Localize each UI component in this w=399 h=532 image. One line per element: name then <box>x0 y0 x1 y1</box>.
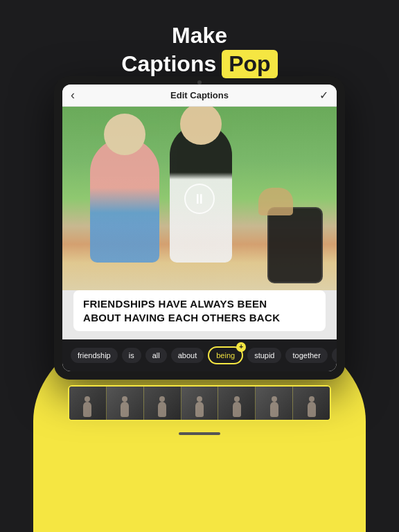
header-pop: Pop <box>222 50 277 78</box>
header-make: Make <box>0 22 399 48</box>
timeline-frame[interactable] <box>218 387 256 420</box>
confirm-button[interactable]: ✓ <box>319 89 328 102</box>
timeline-frame[interactable] <box>144 387 181 420</box>
timeline-figure <box>270 402 278 417</box>
caption-text-line2: ABOUT HAVING EACH OTHERS BACK <box>83 311 316 325</box>
word-chip[interactable]: stupid <box>247 348 281 363</box>
word-chip[interactable]: about <box>171 348 204 363</box>
caption-text-line1: FRIENDSHIPS HAVE ALWAYS BEEN <box>83 297 316 311</box>
ipad-device: ‹ Edit Captions ✓ ⏸ FRIENDSHIPS HAVE ALW… <box>54 76 345 441</box>
timeline-figure <box>158 402 166 417</box>
timeline-frame[interactable] <box>293 387 330 420</box>
timeline-frame[interactable] <box>107 387 144 420</box>
timeline-figure <box>195 402 204 417</box>
caption-overlay[interactable]: FRIENDSHIPS HAVE ALWAYS BEEN ABOUT HAVIN… <box>73 290 326 331</box>
word-chip[interactable]: being <box>208 346 243 364</box>
timeline-figure <box>121 402 129 417</box>
screen-title: Edit Captions <box>170 90 229 100</box>
person-left-figure <box>90 138 159 263</box>
timeline-frame[interactable] <box>256 387 293 420</box>
video-area[interactable]: ⏸ <box>62 107 337 290</box>
timeline-figure <box>308 402 316 417</box>
timeline-strip[interactable] <box>68 385 331 421</box>
hand-phone-figure <box>267 207 323 283</box>
home-bar <box>179 432 220 435</box>
timeline-figure <box>233 402 241 417</box>
back-button[interactable]: ‹ <box>71 88 75 103</box>
word-chip[interactable]: But <box>332 348 337 363</box>
home-indicator <box>54 421 345 441</box>
ipad-shell: ‹ Edit Captions ✓ ⏸ FRIENDSHIPS HAVE ALW… <box>54 76 345 380</box>
play-pause-icon: ⏸ <box>193 192 206 206</box>
timeline-figure <box>83 402 91 417</box>
word-chip[interactable]: friendship <box>71 348 118 363</box>
header: Make Captions Pop <box>0 0 399 89</box>
word-chip[interactable]: is <box>122 348 141 363</box>
play-pause-button[interactable]: ⏸ <box>184 184 215 214</box>
timeline-inner <box>69 387 330 420</box>
word-chip[interactable]: together <box>285 348 327 363</box>
word-chip[interactable]: all <box>145 348 167 363</box>
timeline-frame[interactable] <box>69 387 107 420</box>
header-captions-row: Captions Pop <box>0 50 399 78</box>
ipad-screen: ‹ Edit Captions ✓ ⏸ FRIENDSHIPS HAVE ALW… <box>62 85 337 371</box>
words-strip: friendshipisallaboutbeingstupidtogetherB… <box>62 339 337 371</box>
timeline-frame[interactable] <box>181 387 219 420</box>
header-captions: Captions <box>121 51 216 77</box>
